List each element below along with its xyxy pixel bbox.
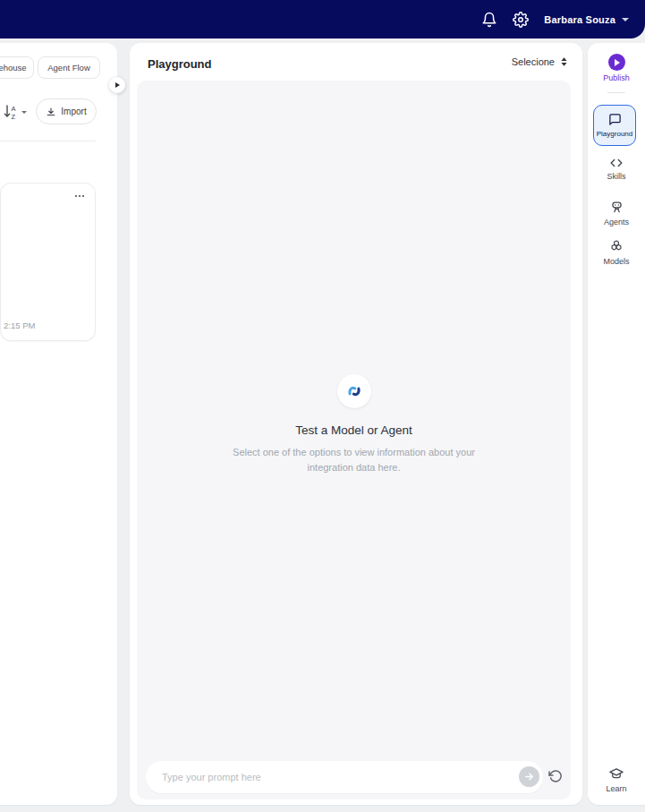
- sidebar-item-label: Skills: [607, 172, 625, 181]
- import-button[interactable]: Import: [36, 98, 97, 124]
- sort-button[interactable]: A Z: [3, 100, 33, 124]
- right-sidebar: Publish Playground Skills Ag: [588, 43, 645, 805]
- hexagon-cluster-icon: [608, 238, 624, 254]
- agent-card[interactable]: 2:15 PM: [0, 183, 96, 341]
- download-icon: [46, 107, 56, 117]
- refresh-icon: [548, 769, 563, 783]
- empty-state: Test a Model or Agent Select one of the …: [137, 374, 571, 474]
- sidebar-item-label: Playground: [597, 130, 632, 138]
- settings-button[interactable]: [513, 12, 529, 28]
- tab-label: Agent Flow: [47, 63, 90, 73]
- import-button-label: Import: [61, 107, 86, 116]
- reset-chat-button[interactable]: [548, 769, 563, 783]
- svg-text:A: A: [12, 105, 16, 113]
- digibee-logo-icon: [345, 382, 363, 400]
- bell-icon: [481, 12, 497, 28]
- sidebar-item-playground[interactable]: Playground: [593, 105, 636, 146]
- sidebar-item-agents[interactable]: Agents: [588, 200, 645, 227]
- user-name: Barbara Souza: [544, 14, 615, 25]
- logo-badge: [337, 374, 371, 408]
- chat-area: Test a Model or Agent Select one of the …: [137, 81, 571, 799]
- left-panel: ehouse Agent Flow A Z Import 2:15 PM: [0, 43, 117, 805]
- card-menu-button[interactable]: [72, 192, 87, 200]
- send-button[interactable]: [519, 766, 539, 787]
- sidebar-item-label: Publish: [603, 73, 630, 82]
- sidebar-item-skills[interactable]: Skills: [588, 157, 645, 181]
- sort-alpha-down-icon: A Z: [3, 104, 20, 120]
- empty-state-subtext: Select one of the options to view inform…: [216, 445, 493, 474]
- gear-icon: [513, 12, 529, 28]
- robot-icon: [609, 200, 624, 215]
- sort-arrows-icon: [560, 56, 568, 67]
- sidebar-item-learn[interactable]: Learn: [588, 766, 645, 793]
- sidebar-item-label: Agents: [604, 218, 629, 227]
- model-selector-label: Selecione: [512, 56, 555, 67]
- chevron-right-icon: [115, 82, 120, 88]
- sidebar-item-label: Learn: [606, 784, 626, 793]
- sidebar-item-models[interactable]: Models: [588, 238, 645, 266]
- playground-panel: Playground Selecione Test a Model or Age…: [130, 43, 582, 805]
- notifications-button[interactable]: [481, 12, 497, 28]
- card-timestamp: 2:15 PM: [4, 321, 35, 330]
- empty-state-heading: Test a Model or Agent: [295, 423, 412, 437]
- prompt-input[interactable]: [146, 761, 543, 793]
- arrow-right-icon: [524, 772, 534, 782]
- tab-agent-flow[interactable]: Agent Flow: [38, 56, 100, 79]
- tab-warehouse[interactable]: ehouse: [0, 56, 34, 79]
- chat-bubble-icon: [608, 113, 622, 126]
- user-menu[interactable]: Barbara Souza: [544, 14, 629, 25]
- ellipsis-icon: [75, 195, 77, 197]
- page-title: Playground: [148, 57, 212, 71]
- sidebar-item-label: Models: [603, 257, 629, 266]
- top-navigation-bar: Barbara Souza: [0, 0, 645, 38]
- left-panel-divider: [0, 141, 96, 141]
- tab-label: ehouse: [0, 63, 27, 73]
- model-selector-dropdown[interactable]: Selecione: [512, 56, 568, 67]
- expand-panel-button[interactable]: [109, 77, 125, 93]
- sidebar-item-publish[interactable]: Publish: [588, 54, 645, 82]
- code-icon: [609, 157, 624, 169]
- chevron-down-icon: [21, 111, 27, 114]
- chevron-down-icon: [622, 18, 629, 21]
- sidebar-divider: [607, 92, 625, 93]
- svg-text:Z: Z: [12, 113, 16, 121]
- play-circle-icon: [608, 54, 625, 71]
- graduation-cap-icon: [608, 766, 624, 782]
